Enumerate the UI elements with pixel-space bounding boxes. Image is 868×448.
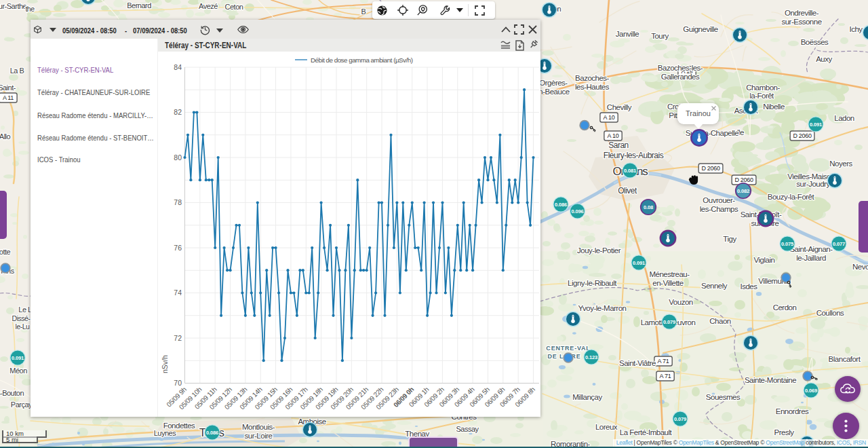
svg-text:les-Champs: les-Champs	[700, 205, 738, 213]
svg-text:D 2060: D 2060	[701, 165, 720, 172]
svg-text:0.086: 0.086	[555, 202, 567, 208]
svg-text:s-Bouton: s-Bouton	[0, 389, 24, 397]
svg-text:Loreux: Loreux	[595, 423, 618, 431]
svg-text:Montlouis-: Montlouis-	[242, 423, 275, 431]
svg-text:Bouzy-la-Forêt: Bouzy-la-Forêt	[768, 193, 815, 201]
svg-text:Yvoy-le-Marron: Yvoy-le-Marron	[578, 304, 627, 312]
svg-text:Avezé: Avezé	[199, 2, 218, 10]
svg-text:Viglain: Viglain	[754, 256, 775, 264]
svg-text:D 2060: D 2060	[793, 132, 812, 139]
svg-text:the: the	[25, 5, 35, 13]
svg-text:Vouzon: Vouzon	[669, 298, 692, 306]
svg-text:Ouvrouer-: Ouvrouer-	[703, 196, 735, 204]
svg-text:0.079: 0.079	[674, 416, 686, 422]
svg-text:82: 82	[174, 108, 182, 116]
svg-text:A 10: A 10	[608, 132, 619, 139]
svg-text:Chevilly: Chevilly	[607, 103, 632, 111]
svg-text:Méon: Méon	[9, 367, 27, 375]
svg-text:Janville: Janville	[616, 30, 639, 38]
svg-text:Ligny-le-Ribault: Ligny-le-Ribault	[568, 279, 617, 287]
svg-text:84: 84	[174, 63, 182, 71]
svg-text:Blancafort: Blancafort	[829, 355, 861, 363]
svg-text:CENTRE-VAL: CENTRE-VAL	[546, 345, 590, 352]
svg-text:Saint-: Saint-	[0, 83, 16, 92]
svg-text:Isdes: Isdes	[741, 282, 758, 291]
svg-text:Bazoches-les-: Bazoches-les-	[658, 64, 703, 72]
svg-text:76: 76	[174, 244, 182, 252]
svg-text:0.075: 0.075	[781, 241, 794, 247]
svg-text:0.091: 0.091	[12, 355, 24, 361]
svg-text:Auxy: Auxy	[816, 55, 832, 63]
svg-text:Ménestreau-: Ménestreau-	[649, 270, 690, 278]
svg-text:Coullons: Coullons	[816, 309, 844, 317]
svg-text:A 71: A 71	[658, 358, 669, 365]
svg-text:Saint-Aignan-: Saint-Aignan-	[789, 245, 833, 253]
svg-text:0.079: 0.079	[663, 319, 675, 325]
svg-text:Allo: Allo	[0, 132, 11, 141]
svg-text:Jouy-le-Potier: Jouy-le-Potier	[577, 246, 621, 255]
svg-text:Chambon-: Chambon-	[746, 83, 780, 92]
svg-text:Toury: Toury	[651, 32, 669, 40]
svg-text:Presly: Presly	[774, 428, 795, 436]
svg-text:Nevoy: Nevoy	[852, 263, 868, 271]
svg-text:74: 74	[174, 288, 182, 297]
svg-text:Orgères-: Orgères-	[539, 79, 568, 87]
svg-text:Boësses: Boësses	[801, 38, 829, 46]
svg-text:Luynes: Luynes	[154, 429, 176, 437]
svg-text:72: 72	[174, 334, 182, 342]
svg-text:Saint-Viâtre: Saint-Viâtre	[619, 359, 656, 367]
svg-text:70: 70	[174, 379, 182, 387]
svg-text:Sassay: Sassay	[456, 425, 479, 433]
svg-text:Ladon: Ladon	[834, 114, 854, 122]
svg-text:Guigneville: Guigneville	[683, 25, 717, 33]
svg-text:0.069: 0.069	[805, 388, 817, 394]
svg-text:Sennely: Sennely	[701, 282, 728, 290]
svg-text:0.123: 0.123	[585, 354, 597, 360]
svg-text:le-Lu: le-Lu	[16, 322, 31, 331]
svg-text:Nibelle: Nibelle	[763, 102, 785, 111]
svg-text:Bazoches-: Bazoches-	[575, 74, 610, 82]
svg-text:Chaon: Chaon	[709, 317, 730, 325]
svg-text:Ennordres: Ennordres	[776, 407, 809, 415]
svg-text:les-Hautes: les-Hautes	[575, 83, 610, 91]
svg-text:Saran: Saran	[608, 141, 629, 150]
svg-text:la-Forêt: la-Forêt	[749, 92, 774, 100]
svg-text:le-Jaillard: le-Jaillard	[796, 254, 826, 262]
svg-text:La Ferté-Imbault: La Ferté-Imbault	[620, 428, 673, 436]
svg-text:0.086: 0.086	[206, 430, 218, 436]
svg-text:Souesmes: Souesmes	[706, 393, 741, 401]
svg-text:Ondreville-: Ondreville-	[785, 9, 819, 17]
svg-text:0.077: 0.077	[833, 241, 845, 247]
svg-text:B: B	[361, 7, 366, 16]
svg-text:sur-Loire: sur-Loire	[245, 432, 273, 440]
svg-text:Cerdon: Cerdon	[773, 303, 797, 312]
svg-text:0.08: 0.08	[644, 204, 653, 210]
svg-text:en-Villette: en-Villette	[652, 279, 684, 287]
svg-text:sur-Sarthe: sur-Sarthe	[0, 2, 27, 10]
svg-text:Olivet: Olivet	[618, 186, 637, 195]
svg-text:D 2060: D 2060	[734, 176, 753, 183]
svg-text:sur-Joudry: sur-Joudry	[796, 180, 830, 188]
svg-text:Dissé-: Dissé-	[12, 314, 31, 322]
svg-text:Ceton: Ceton	[225, 3, 243, 11]
svg-text:Gallerandes: Gallerandes	[661, 73, 700, 81]
svg-text:0.091: 0.091	[810, 122, 823, 128]
svg-text:nSv/h: nSv/h	[161, 355, 169, 373]
svg-text:Fleury-les-Aubrais: Fleury-les-Aubrais	[604, 151, 664, 160]
svg-text:A 10: A 10	[604, 114, 615, 121]
svg-text:80: 80	[174, 153, 182, 162]
svg-text:Millançay: Millançay	[572, 393, 602, 401]
svg-text:A 11: A 11	[3, 94, 14, 101]
svg-text:otte: otte	[0, 248, 11, 256]
svg-text:0.096: 0.096	[571, 208, 583, 214]
svg-text:sur-Essonne: sur-Essonne	[781, 18, 821, 26]
svg-text:0.082: 0.082	[737, 188, 749, 194]
svg-text:La B: La B	[10, 67, 24, 75]
svg-text:A 71: A 71	[660, 373, 671, 379]
svg-text:Sainte-Montaine: Sainte-Montaine	[745, 376, 796, 384]
svg-text:0.081: 0.081	[624, 168, 637, 174]
svg-text:Bernard: Bernard	[127, 1, 151, 10]
svg-text:78: 78	[174, 198, 182, 206]
svg-text:Débit de dose gamma ambiant (µ: Débit de dose gamma ambiant (µSv/h)	[311, 56, 413, 64]
svg-text:Noyers: Noyers	[829, 160, 852, 168]
